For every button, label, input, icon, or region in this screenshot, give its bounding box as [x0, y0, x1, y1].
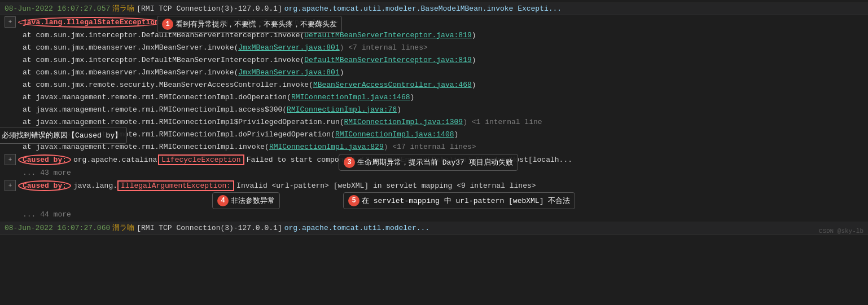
- annotation-4: 4 非法参数异常: [212, 192, 280, 209]
- lifecycle-exception-box: LifecycleException: [158, 154, 244, 165]
- caused-by-1-line: + Caused by: org.apache.catalina Lifecyc…: [0, 153, 868, 166]
- ann4-number: 4: [217, 195, 229, 206]
- at-text-7: at javax.management.remote.rmi.RMIConnec…: [23, 105, 287, 114]
- illegal-exception-box: IllegalArgumentException:: [117, 180, 234, 191]
- link-4[interactable]: JmxMBeanServer.java:801: [238, 68, 339, 77]
- ann1-text: 看到有异常提示，不要慌，不要头疼，不要薅头发: [176, 19, 337, 29]
- caused-by-1-class: org.apache.catalina: [73, 156, 157, 164]
- header-line: 08-Jun-2022 16:07:27.057 渭ラ喃 [RMI TCP Co…: [0, 2, 868, 15]
- ann3-text: 生命周期异常，提示当前 Day37 项目启动失败: [357, 157, 513, 167]
- suffix-4: ): [340, 68, 344, 77]
- suffix-5: ): [472, 81, 476, 89]
- at-text-2: at com.sun.jmx.mbeanserver.JmxMBeanServe…: [23, 43, 238, 52]
- expand-button[interactable]: +: [5, 16, 16, 28]
- suffix-6: ): [410, 93, 415, 101]
- expand-button-cb1[interactable]: +: [5, 154, 16, 165]
- footer-warning: 渭ラ喃: [112, 223, 134, 233]
- link-9[interactable]: RMIConnectionImpl.java:1408: [335, 130, 454, 139]
- more-2-text: ... 44 more: [23, 210, 71, 219]
- at-text-3: at com.sun.jmx.interceptor.DefaultMBeanS…: [23, 56, 304, 64]
- annotation-1: 1 看到有异常提示，不要慌，不要头疼，不要薅头发: [157, 16, 342, 33]
- ann5-number: 5: [348, 195, 360, 206]
- link-8[interactable]: RMIConnectionImpl.java:1309: [344, 118, 463, 126]
- watermark: CSDN @sky-lb: [819, 228, 863, 235]
- stacktrace-line-2: at com.sun.jmx.mbeanserver.JmxMBeanServe…: [0, 41, 868, 54]
- link-10[interactable]: RMIConnectionImpl.java:829: [269, 143, 384, 151]
- ann3-number: 3: [344, 157, 355, 168]
- header-class: org.apache.tomcat.util.modeler.BaseModel…: [284, 5, 562, 13]
- link-7[interactable]: RMIConnectionImpl.java:76: [287, 105, 397, 114]
- ann5-text: 在 servlet-mapping 中 url-pattern [webXML]…: [362, 196, 570, 206]
- annotation-3: 3 生命周期异常，提示当前 Day37 项目启动失败: [339, 154, 518, 171]
- suffix-7: ): [397, 105, 401, 114]
- more-2-line: ... 44 more: [0, 208, 868, 220]
- footer-timestamp: 08-Jun-2022 16:07:27.060: [5, 224, 110, 232]
- exception-line: + java.lang.IllegalStateException Error …: [0, 15, 868, 29]
- suffix-3: ): [472, 56, 476, 64]
- suffix-8: ) <1 internal line: [463, 118, 542, 126]
- exception-class[interactable]: java.lang.IllegalStateException: [18, 17, 164, 28]
- log-container: 08-Jun-2022 16:07:27.057 渭ラ喃 [RMI TCP Co…: [0, 0, 868, 237]
- stacktrace-line-5: at com.sun.jmx.remote.security.MBeanServ…: [0, 78, 868, 91]
- stacktrace-line-4: at com.sun.jmx.mbeanserver.JmxMBeanServe…: [0, 66, 868, 78]
- ann4-text: 非法参数异常: [231, 196, 275, 206]
- caused-by-1-label: Caused by:: [18, 154, 71, 165]
- at-text-5: at com.sun.jmx.remote.security.MBeanServ…: [23, 81, 313, 89]
- suffix-1: ): [472, 31, 476, 39]
- stacktrace-line-7: at javax.management.remote.rmi.RMIConnec…: [0, 103, 868, 116]
- link-3[interactable]: DefaultMBeanServerInterceptor.java:819: [304, 56, 471, 64]
- suffix-10: ) <17 internal lines>: [384, 143, 476, 151]
- caused-by-2-label: Caused by:: [18, 180, 71, 191]
- annotation-5: 5 在 servlet-mapping 中 url-pattern [webXM…: [343, 192, 575, 209]
- stacktrace-line-10: at javax.management.remote.rmi.RMIConnec…: [0, 140, 868, 153]
- caused-by-2-line: + Caused by: java.lang.IllegalArgumentEx…: [0, 179, 868, 192]
- at-text-6: at javax.management.remote.rmi.RMIConnec…: [23, 93, 291, 101]
- header-warning: 渭ラ喃: [112, 3, 134, 14]
- footer-thread: [RMI TCP Connection(3)-127.0.0.1]: [137, 224, 282, 232]
- footer-line: 08-Jun-2022 16:07:27.060 渭ラ喃 [RMI TCP Co…: [0, 222, 868, 235]
- at-text-8: at javax.management.remote.rmi.RMIConnec…: [23, 118, 344, 126]
- suffix-2: ) <7 internal lines>: [340, 43, 428, 52]
- ann1-number: 1: [162, 19, 173, 30]
- header-thread: [RMI TCP Connection(3)-127.0.0.1]: [137, 5, 282, 13]
- link-6[interactable]: RMIConnectionImpl.java:1468: [291, 93, 410, 101]
- stacktrace-line-9: at javax.management.remote.rmi.RMIConnec…: [0, 128, 868, 140]
- stacktrace-line-8: at javax.management.remote.rmi.RMIConnec…: [0, 116, 868, 128]
- ann2-text: 必须找到错误的原因【Caused by】: [2, 130, 122, 140]
- header-timestamp: 08-Jun-2022 16:07:27.057: [5, 5, 110, 13]
- at-text-4: at com.sun.jmx.mbeanserver.JmxMBeanServe…: [23, 68, 238, 77]
- stacktrace-line-6: at javax.management.remote.rmi.RMIConnec…: [0, 91, 868, 103]
- more-1-text: ... 43 more: [23, 169, 71, 177]
- stacktrace-line-3: at com.sun.jmx.interceptor.DefaultMBeanS…: [0, 54, 868, 66]
- caused-by-2-class1: java.lang.: [73, 182, 117, 190]
- stacktrace-line-1: at com.sun.jmx.interceptor.DefaultMBeanS…: [0, 29, 868, 41]
- annotation-2: 2 必须找到错误的原因【Caused by】: [0, 127, 127, 144]
- expand-button-cb2[interactable]: +: [5, 180, 16, 191]
- suffix-9: ): [454, 130, 459, 139]
- link-2[interactable]: JmxMBeanServer.java:801: [238, 43, 339, 52]
- link-5[interactable]: MBeanServerAccessController.java:468: [313, 81, 472, 89]
- footer-class: org.apache.tomcat.util.modeler...: [284, 224, 429, 232]
- caused-by-2-message: Invalid <url-pattern> [webXML] in servle…: [236, 182, 536, 190]
